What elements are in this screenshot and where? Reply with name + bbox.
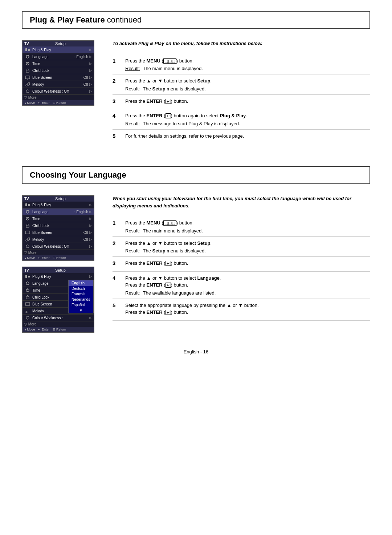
svg-line-29 <box>27 238 29 238</box>
m3-plug-icon <box>24 274 31 279</box>
section1-intro: To activate Plug & Play on the menu, fol… <box>113 40 370 47</box>
svg-point-18 <box>26 210 29 213</box>
lang-option-francais: Français <box>69 291 93 297</box>
tv-menu-1: TV Setup Plug & Play ▷ Language : E <box>22 40 94 106</box>
tv-menu-1-header: TV Setup <box>23 41 94 46</box>
s2-step-5: 5 Select the appropriate language by pre… <box>113 299 370 321</box>
m2-melody-icon <box>24 237 31 242</box>
svg-point-15 <box>26 90 29 93</box>
section2-title: Choosing Your Language <box>30 170 362 180</box>
page-number: English - 16 <box>184 349 209 354</box>
section1-content: TV Setup Plug & Play ▷ Language : E <box>22 40 370 144</box>
m2-item-language: Language : English ▷ <box>23 208 94 215</box>
section2-right: When you start using your television for… <box>113 195 370 338</box>
colour-icon-1 <box>24 89 31 94</box>
setup-label-1: Setup <box>29 41 92 46</box>
svg-rect-36 <box>26 297 29 299</box>
tv-footer-3: ⬥ Move ↵ Enter ⊞ Return <box>23 327 94 332</box>
section-gap <box>22 151 370 166</box>
svg-point-38 <box>26 311 27 313</box>
tv-more-3: ▽ More <box>23 321 94 327</box>
tv-menu-3: TV Setup Plug & Play ▷ Language <box>22 267 94 333</box>
section2-intro: When you start using your television for… <box>113 195 370 209</box>
s2-step-2: 2 Press the ▲ or ▼ button to select Setu… <box>113 237 370 257</box>
m2-item-time: Time ▷ <box>23 215 94 222</box>
m3-lang-icon <box>24 281 31 286</box>
menu-item-plug-play: Plug & Play ▷ <box>23 46 94 53</box>
m2-item-plug: Plug & Play ▷ <box>23 202 94 208</box>
svg-rect-16 <box>25 203 27 206</box>
m3-melody-icon <box>24 308 31 313</box>
section1-steps: 1 Press the MENU (▢▢▢) button. Result: T… <box>113 54 370 145</box>
m2-item-melody: Melody : Off ▷ <box>23 236 94 243</box>
menu-item-melody-1: Melody : Off ▷ <box>23 81 94 88</box>
svg-rect-0 <box>25 48 27 51</box>
tv-label-1: TV <box>24 42 29 46</box>
m3-blue-icon <box>24 301 31 307</box>
menu-item-childlock-1: Child Lock ▷ <box>23 67 94 74</box>
section1-header: Plug & Play Feature continued <box>22 11 370 29</box>
svg-rect-8 <box>25 76 30 79</box>
s2-step-3: 3 Press the ENTER (↵) button. <box>113 257 370 272</box>
m2-item-childlock: Child Lock ▷ <box>23 222 94 229</box>
m3-item-language: Language English Deutsch Français Nederl… <box>23 280 94 287</box>
section2-left: TV Setup Plug & Play ▷ Language : Englis… <box>22 195 102 338</box>
lang-option-english: English <box>69 280 93 286</box>
m3-colour-icon <box>24 315 31 320</box>
s2-step-4: 4 Press the ▲ or ▼ button to select Lang… <box>113 272 370 299</box>
section2-header: Choosing Your Language <box>22 166 370 184</box>
svg-point-30 <box>26 245 29 248</box>
lang-option-deutsch: Deutsch <box>69 286 93 291</box>
time-icon-1 <box>24 61 31 66</box>
svg-point-33 <box>26 282 29 285</box>
m2-lock-icon <box>24 223 31 228</box>
tv-more-1: ▽ More <box>23 95 94 100</box>
svg-point-2 <box>26 55 29 58</box>
menu-item-language-1: Language : English ▷ <box>23 53 94 60</box>
section1-left: TV Setup Plug & Play ▷ Language : E <box>22 40 102 144</box>
m2-colour-icon <box>24 244 31 249</box>
svg-line-22 <box>28 219 28 219</box>
tv-footer-1: ⬥ Move ↵ Enter ⊞ Return <box>23 100 94 105</box>
svg-rect-31 <box>25 275 27 278</box>
bluescreen-icon-1 <box>24 75 31 80</box>
menu-item-time-1: Time ▷ <box>23 60 94 67</box>
svg-line-6 <box>28 64 28 64</box>
m2-lang-icon <box>24 209 31 214</box>
svg-rect-7 <box>26 70 29 72</box>
svg-rect-37 <box>25 303 30 305</box>
svg-rect-1 <box>28 49 30 51</box>
m2-item-colour: Colour Weakness : Off ▷ <box>23 243 94 250</box>
childlock-icon-1 <box>24 68 31 73</box>
section2-content: TV Setup Plug & Play ▷ Language : Englis… <box>22 195 370 338</box>
tv-footer-2: ⬥ Move ↵ Enter ⊞ Return <box>23 255 94 260</box>
m3-item-plug: Plug & Play ▷ <box>23 273 94 280</box>
m3-item-colour: Colour Weakness : ▷ <box>23 315 94 321</box>
svg-rect-17 <box>28 204 30 206</box>
svg-point-3 <box>27 55 28 58</box>
svg-rect-32 <box>28 276 30 277</box>
menu-item-colour-1: Colour Weakness : Off ▷ <box>23 88 94 95</box>
svg-line-14 <box>27 82 29 83</box>
step-1: 1 Press the MENU (▢▢▢) button. Result: T… <box>113 54 370 75</box>
language-dropdown: English Deutsch Français Nederlands Espa… <box>68 280 94 313</box>
tv-menu-2-header: TV Setup <box>23 196 94 202</box>
melody-icon-1 <box>24 82 31 87</box>
section2-steps: 1 Press the MENU (▢▢▢) button. Result: T… <box>113 216 370 321</box>
m2-time-icon <box>24 216 31 221</box>
page: Plug & Play Feature continued TV Setup P… <box>0 0 392 535</box>
step-2: 2 Press the ▲ or ▼ button to select Setu… <box>113 74 370 95</box>
m2-item-blue: Blue Screen : Off ▷ <box>23 229 94 236</box>
section1-title: Plug & Play Feature continued <box>30 15 362 25</box>
tv-menu-2: TV Setup Plug & Play ▷ Language : Englis… <box>22 195 94 261</box>
menu-item-bluescreen-1: Blue Screen : Off ▷ <box>23 74 94 81</box>
tv-more-2: ▽ More <box>23 250 94 255</box>
m2-plug-icon <box>24 202 31 207</box>
step-4: 4 Press the ENTER (↵) button again to se… <box>113 109 370 130</box>
lang-option-espanol: Español <box>69 302 93 308</box>
svg-rect-24 <box>25 231 30 234</box>
s2-step-1: 1 Press the MENU (▢▢▢) button. Result: T… <box>113 216 370 237</box>
step-3: 3 Press the ENTER (↵) button. <box>113 95 370 110</box>
page-footer: English - 16 <box>22 349 370 354</box>
section1-right: To activate Plug & Play on the menu, fol… <box>113 40 370 144</box>
